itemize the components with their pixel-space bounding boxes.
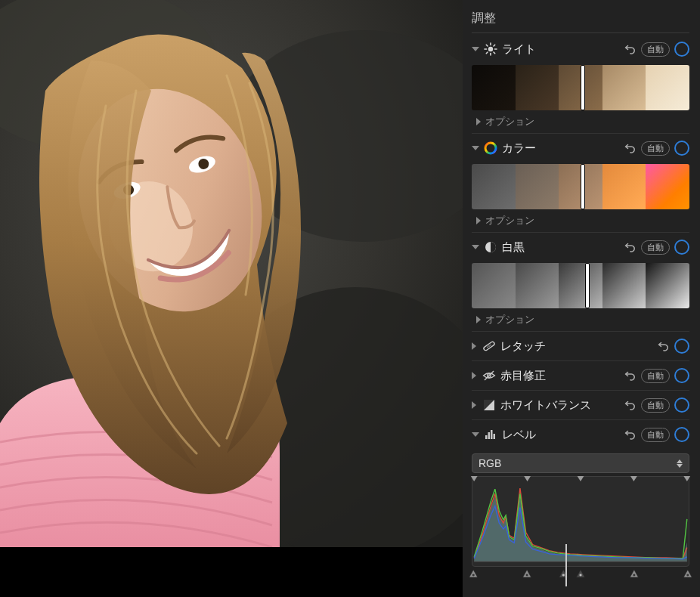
enable-ring-icon[interactable] [674, 427, 689, 442]
svg-rect-30 [488, 432, 491, 439]
levels-histogram[interactable] [472, 476, 689, 567]
enable-ring-icon[interactable] [674, 339, 689, 354]
svg-rect-29 [485, 435, 488, 439]
adjustments-sidebar: 調整 ライト 自動 [463, 0, 700, 597]
auto-button[interactable]: 自動 [641, 369, 670, 383]
light-icon [484, 42, 497, 56]
disclosure-triangle-icon [476, 316, 481, 323]
adjustment-levels-header[interactable]: レベル 自動 [472, 420, 689, 449]
levels-bottom-handles[interactable] [472, 567, 689, 580]
auto-button[interactable]: 自動 [641, 141, 670, 156]
panel-title: 調整 [472, 0, 689, 33]
disclosure-triangle-icon[interactable] [472, 342, 476, 350]
adjustment-whitebalance: ホワイトバランス 自動 [472, 391, 689, 420]
svg-point-22 [488, 345, 490, 347]
adjustment-color-header[interactable]: カラー 自動 [472, 134, 689, 162]
enable-ring-icon[interactable] [674, 240, 689, 255]
undo-icon[interactable] [624, 370, 637, 382]
bw-icon [484, 240, 497, 254]
slider-marker[interactable] [585, 263, 590, 308]
adjustment-redeye-label: 赤目修正 [500, 369, 546, 383]
svg-line-26 [485, 371, 494, 380]
options-label: オプション [485, 214, 534, 227]
enable-ring-icon[interactable] [674, 368, 689, 383]
adjustment-whitebalance-header[interactable]: ホワイトバランス 自動 [472, 391, 689, 419]
options-toggle[interactable]: オプション [472, 311, 689, 331]
enable-ring-icon[interactable] [674, 141, 689, 156]
svg-line-15 [486, 45, 488, 46]
bandage-icon [482, 339, 496, 353]
adjustment-redeye-header[interactable]: 赤目修正 自動 [472, 361, 689, 390]
adjustment-levels-label: レベル [502, 428, 536, 442]
svg-marker-34 [524, 476, 531, 481]
disclosure-triangle-icon[interactable] [472, 432, 479, 437]
svg-point-42 [526, 574, 528, 577]
undo-icon[interactable] [624, 399, 637, 411]
svg-marker-39 [469, 570, 478, 577]
adjustment-retouch-header[interactable]: レタッチ [472, 332, 689, 360]
adjustment-whitebalance-label: ホワイトバランス [500, 398, 591, 413]
color-thumbnail-slider[interactable] [472, 164, 689, 209]
adjustment-levels: レベル 自動 RGB [472, 420, 689, 580]
undo-icon[interactable] [624, 241, 637, 253]
slider-marker[interactable] [581, 164, 585, 209]
auto-button[interactable]: 自動 [641, 428, 670, 442]
options-label: オプション [485, 313, 534, 326]
svg-point-40 [472, 574, 475, 577]
adjustment-color: カラー 自動 オプション [472, 134, 689, 233]
light-thumbnail-slider[interactable] [472, 65, 689, 110]
disclosure-triangle-icon[interactable] [472, 146, 479, 150]
svg-rect-31 [491, 430, 493, 439]
disclosure-triangle-icon [476, 118, 481, 125]
options-toggle[interactable]: オプション [472, 113, 689, 133]
adjustment-retouch: レタッチ [472, 332, 689, 361]
svg-rect-32 [494, 434, 496, 439]
svg-point-48 [633, 574, 635, 577]
levels-channel-value: RGB [479, 457, 501, 469]
options-toggle[interactable]: オプション [472, 212, 689, 232]
svg-line-17 [486, 52, 488, 54]
svg-marker-33 [471, 476, 478, 481]
whitebalance-icon [482, 398, 496, 412]
svg-point-46 [579, 574, 581, 577]
svg-marker-37 [683, 476, 690, 481]
svg-marker-41 [523, 570, 531, 577]
svg-marker-35 [578, 476, 584, 481]
svg-point-50 [686, 574, 689, 577]
disclosure-triangle-icon[interactable] [472, 401, 476, 409]
auto-button[interactable]: 自動 [641, 398, 670, 413]
svg-point-24 [490, 345, 491, 346]
adjustment-light-header[interactable]: ライト 自動 [472, 35, 689, 63]
levels-channel-select[interactable]: RGB [472, 453, 689, 473]
svg-point-19 [485, 143, 496, 153]
auto-button[interactable]: 自動 [641, 240, 670, 255]
adjustment-bw-label: 白黒 [502, 240, 525, 255]
disclosure-triangle-icon[interactable] [472, 245, 479, 249]
disclosure-triangle-icon[interactable] [472, 47, 479, 51]
enable-ring-icon[interactable] [674, 42, 689, 57]
adjustment-retouch-label: レタッチ [500, 339, 546, 354]
undo-icon[interactable] [624, 142, 637, 154]
photo-preview[interactable] [0, 0, 463, 547]
svg-line-18 [494, 45, 495, 46]
svg-line-16 [494, 52, 495, 54]
adjustment-light: ライト 自動 オプション [472, 35, 689, 134]
slider-marker[interactable] [581, 65, 585, 110]
adjustment-bw-header[interactable]: 白黒 自動 [472, 233, 689, 261]
callout-line [565, 544, 567, 586]
histogram-icon [484, 428, 497, 441]
adjustment-bw: 白黒 自動 オプション [472, 233, 689, 332]
undo-icon[interactable] [624, 428, 637, 441]
undo-icon[interactable] [658, 340, 670, 352]
svg-marker-49 [683, 570, 692, 577]
undo-icon[interactable] [624, 43, 637, 55]
auto-button[interactable]: 自動 [641, 42, 670, 57]
stepper-icon [677, 459, 683, 468]
svg-marker-45 [576, 570, 584, 577]
adjustment-redeye: 赤目修正 自動 [472, 361, 689, 391]
svg-point-23 [487, 347, 488, 348]
svg-marker-47 [630, 570, 638, 577]
disclosure-triangle-icon[interactable] [472, 372, 476, 379]
enable-ring-icon[interactable] [674, 397, 689, 413]
bw-thumbnail-slider[interactable] [472, 263, 689, 308]
